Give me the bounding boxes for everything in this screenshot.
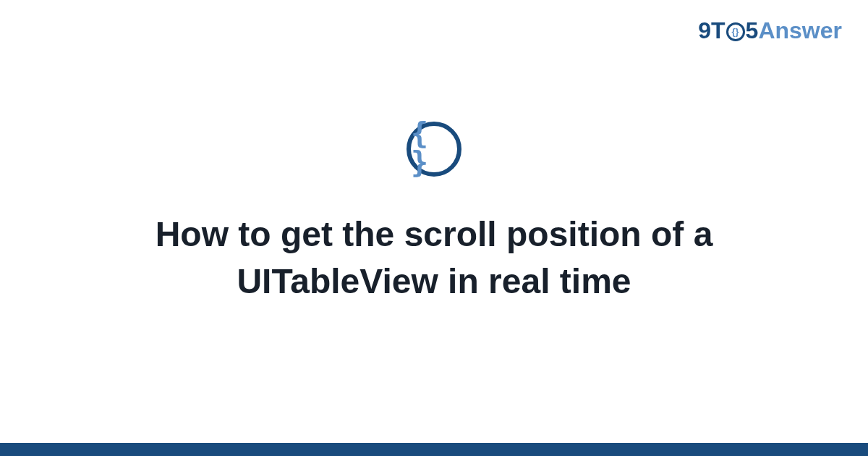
code-badge-icon: { }: [407, 122, 461, 177]
main-content: { } How to get the scroll position of a …: [0, 0, 868, 456]
code-badge-symbol: { }: [411, 119, 457, 177]
page-title: How to get the scroll position of a UITa…: [87, 211, 781, 305]
footer-accent-bar: [0, 443, 868, 456]
